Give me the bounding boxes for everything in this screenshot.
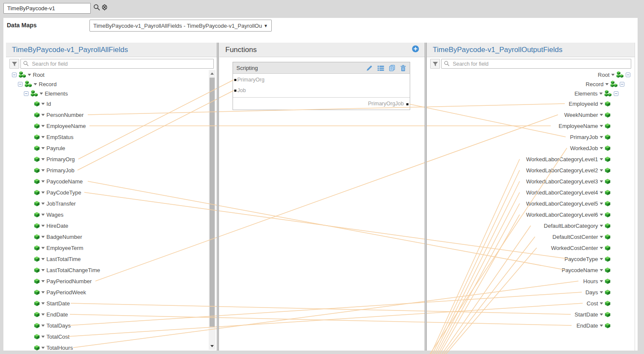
target-field-row[interactable]: EmployeeId: [569, 99, 610, 108]
collapse-icon[interactable]: [614, 91, 618, 96]
source-field-row[interactable]: PayCodeType: [34, 188, 81, 197]
target-field-row[interactable]: Hours: [583, 276, 610, 286]
output-connector-anchor[interactable]: [406, 103, 408, 105]
source-field-row[interactable]: BadgeNumber: [34, 232, 82, 241]
source-parent-node-record[interactable]: Record: [18, 79, 57, 89]
source-field-row[interactable]: StartDate: [34, 299, 70, 308]
chevron-down-icon[interactable]: [41, 236, 45, 238]
scripting-function-box[interactable]: Scripting PrimaryOrgJob PrimaryOrgJob: [233, 62, 410, 110]
source-field-row[interactable]: PaycodeName: [34, 177, 83, 186]
chevron-down-icon[interactable]: [41, 269, 45, 271]
target-field-row[interactable]: PaycodeType: [564, 254, 610, 264]
scripting-output-row[interactable]: PrimaryOrgJob: [233, 98, 410, 110]
source-field-row[interactable]: JobTransfer: [34, 199, 76, 208]
target-field-row[interactable]: WeekNumber: [564, 110, 610, 119]
chevron-down-icon[interactable]: [41, 225, 45, 227]
target-parent-node-root[interactable]: Root: [598, 70, 630, 79]
chevron-down-icon[interactable]: [600, 103, 603, 105]
scripting-input-primaryorg[interactable]: PrimaryOrg: [237, 77, 264, 83]
source-scrollbar[interactable]: [209, 70, 216, 350]
panel-divider[interactable]: [425, 43, 427, 351]
chevron-down-icon[interactable]: [600, 247, 603, 249]
list-icon[interactable]: [377, 65, 384, 71]
chevron-down-icon[interactable]: [41, 347, 45, 349]
target-field-row[interactable]: WorkedLaborCategoryLevel1: [526, 154, 610, 164]
panel-divider[interactable]: [217, 43, 219, 351]
source-field-row[interactable]: EndDate: [34, 310, 68, 319]
source-field-row[interactable]: TotalHours: [34, 343, 73, 352]
target-parent-node-record[interactable]: Record: [586, 79, 624, 89]
chevron-down-icon[interactable]: [41, 125, 45, 127]
scripting-input-job[interactable]: Job: [237, 87, 246, 93]
collapse-icon[interactable]: [620, 82, 624, 87]
scrollbar-thumb[interactable]: [210, 78, 215, 327]
chevron-down-icon[interactable]: [600, 169, 603, 171]
target-field-row[interactable]: Days: [585, 287, 610, 297]
chevron-down-icon[interactable]: [600, 114, 603, 116]
source-field-row[interactable]: Id: [34, 99, 51, 108]
chevron-down-icon[interactable]: [41, 192, 45, 194]
chevron-down-icon[interactable]: [41, 147, 45, 149]
target-field-row[interactable]: DefaultCostCenter: [552, 232, 610, 241]
source-field-row[interactable]: EmployeeTerm: [34, 243, 83, 252]
chevron-down-icon[interactable]: [611, 74, 615, 76]
target-field-row[interactable]: Cost: [586, 299, 610, 308]
clear-search-icon[interactable]: [101, 4, 109, 13]
chevron-down-icon[interactable]: [28, 74, 31, 76]
chevron-down-icon[interactable]: [600, 225, 603, 227]
chevron-down-icon[interactable]: [600, 269, 603, 271]
target-field-row[interactable]: WorkedLaborCategoryLevel3: [526, 177, 610, 186]
chevron-down-icon[interactable]: [600, 291, 603, 293]
source-field-row[interactable]: EmpStatus: [34, 132, 74, 142]
target-field-row[interactable]: WorkedCostCenter: [551, 243, 610, 252]
chevron-down-icon[interactable]: [34, 83, 37, 85]
chevron-down-icon[interactable]: [600, 203, 603, 205]
chevron-down-icon[interactable]: [41, 247, 45, 249]
collapse-icon[interactable]: [18, 82, 23, 87]
chevron-down-icon[interactable]: [41, 280, 45, 282]
target-field-search-input[interactable]: [441, 59, 631, 69]
filter-funnel-button[interactable]: [9, 59, 19, 69]
data-maps-dropdown[interactable]: TimeByPaycode-v1_PayrollAllFields - Time…: [89, 20, 272, 32]
chevron-down-icon[interactable]: [41, 103, 45, 105]
source-parent-node-elements[interactable]: Elements: [24, 89, 68, 98]
target-field-row[interactable]: EndDate: [576, 321, 610, 330]
source-parent-node-root[interactable]: Root: [12, 70, 44, 79]
scroll-down-icon[interactable]: [210, 345, 214, 347]
trash-icon[interactable]: [400, 65, 406, 71]
target-field-row[interactable]: WorkedLaborCategoryLevel4: [526, 188, 610, 197]
source-field-row[interactable]: EmployeeName: [34, 121, 86, 131]
collapse-icon[interactable]: [24, 91, 29, 96]
source-field-row[interactable]: TotalDays: [34, 321, 71, 330]
chevron-down-icon[interactable]: [41, 114, 45, 116]
source-field-row[interactable]: LastTotalTime: [34, 254, 80, 264]
edit-pencil-icon[interactable]: [366, 65, 373, 71]
chevron-down-icon[interactable]: [600, 280, 603, 282]
chevron-down-icon[interactable]: [600, 302, 603, 305]
chevron-down-icon[interactable]: [41, 169, 45, 171]
map-search-input[interactable]: [3, 3, 91, 14]
chevron-down-icon[interactable]: [41, 136, 45, 138]
source-field-row[interactable]: PayPeriodNumber: [34, 276, 92, 286]
input-connector-anchor[interactable]: [234, 90, 236, 92]
source-field-row[interactable]: PrimaryOrg: [34, 154, 75, 164]
chevron-down-icon[interactable]: [40, 93, 43, 95]
source-field-row[interactable]: PayPeriodWeek: [34, 287, 86, 297]
target-field-row[interactable]: PaycodeName: [562, 265, 610, 275]
chevron-down-icon[interactable]: [599, 93, 603, 95]
chevron-down-icon[interactable]: [600, 258, 603, 260]
chevron-down-icon[interactable]: [600, 214, 603, 216]
chevron-down-icon[interactable]: [600, 192, 603, 194]
chevron-down-icon[interactable]: [41, 313, 45, 316]
target-field-row[interactable]: DefaultLaborCategory: [544, 221, 610, 230]
source-field-row[interactable]: HireDate: [34, 221, 68, 230]
chevron-down-icon[interactable]: [41, 325, 45, 327]
source-field-search-input[interactable]: [20, 59, 214, 69]
source-field-row[interactable]: Payrule: [34, 143, 65, 153]
target-field-row[interactable]: StartDate: [575, 310, 610, 319]
target-field-row[interactable]: PrimaryJob: [570, 132, 610, 142]
target-parent-node-elements[interactable]: Elements: [575, 89, 618, 98]
source-field-row[interactable]: PrimaryJob: [34, 165, 75, 175]
chevron-down-icon[interactable]: [41, 158, 45, 160]
chevron-down-icon[interactable]: [600, 180, 603, 183]
